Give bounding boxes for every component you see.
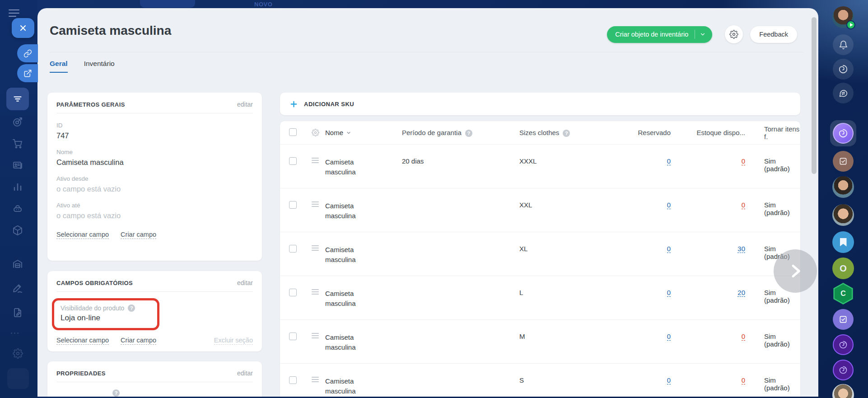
column-header-nome[interactable]: Nome [325, 129, 402, 136]
row-checkbox[interactable] [289, 245, 297, 253]
drag-handle-icon[interactable] [312, 232, 319, 276]
sku-name[interactable]: Camiseta masculina [325, 157, 370, 177]
sku-stock-link[interactable]: 0 [742, 376, 745, 384]
edit-link[interactable]: editar [237, 101, 253, 108]
copilot-spark-icon[interactable] [833, 334, 854, 355]
sku-reserved-link[interactable]: 0 [667, 157, 671, 165]
row-checkbox[interactable] [289, 201, 297, 209]
column-header-sizes[interactable]: Sizes clothes? [519, 129, 601, 137]
row-checkbox[interactable] [289, 376, 297, 384]
sku-name[interactable]: Camiseta masculina [325, 201, 370, 221]
close-button[interactable] [12, 18, 34, 38]
app-badge-o[interactable]: O [832, 258, 854, 279]
document-edit-icon[interactable] [6, 302, 29, 323]
help-icon[interactable]: ? [563, 130, 570, 137]
sku-stock-link[interactable]: 30 [737, 245, 745, 253]
user-avatar[interactable] [832, 204, 854, 226]
copilot-icon[interactable] [833, 59, 854, 80]
column-header-estoque[interactable]: Estoque dispo... [671, 129, 745, 136]
robot-icon[interactable] [6, 198, 29, 220]
chevron-down-icon[interactable] [700, 31, 706, 37]
row-checkbox[interactable] [289, 332, 297, 340]
tasks-app-icon[interactable] [833, 151, 854, 172]
copilot-app-icon-active[interactable] [830, 120, 856, 146]
pen-icon[interactable] [6, 277, 29, 299]
create-inventory-button[interactable]: Criar objeto de inventário [607, 26, 712, 43]
column-header-garantia[interactable]: Período de garantia? [402, 129, 519, 137]
contacts-card-icon[interactable] [6, 155, 29, 176]
row-checkbox[interactable] [289, 157, 297, 165]
help-icon[interactable]: ? [465, 130, 472, 137]
sku-reserved-link[interactable]: 0 [667, 332, 671, 341]
sku-warranty [402, 320, 519, 363]
sort-chevron-icon [346, 130, 351, 136]
add-sku-button[interactable]: ADICIONAR SKU [280, 93, 800, 115]
user-avatar[interactable] [832, 6, 854, 28]
menu-icon[interactable] [8, 9, 20, 17]
sku-reserved-link[interactable]: 0 [667, 376, 671, 384]
tab-inventario[interactable]: Inventário [84, 60, 115, 73]
delete-section-link[interactable]: Excluir seção [214, 337, 253, 345]
drag-handle-icon[interactable] [312, 320, 319, 363]
column-header-reservado[interactable]: Reservado [601, 129, 671, 136]
next-page-button[interactable] [774, 249, 817, 293]
user-avatar[interactable] [832, 384, 854, 398]
sku-row: Camiseta masculina XL 0 30 Sim (padrão) [280, 232, 800, 276]
field-value: 747 [56, 131, 253, 140]
feedback-button[interactable]: Feedback [750, 26, 797, 43]
field-value-empty: o campo está vazio [56, 185, 253, 193]
create-field-link[interactable]: Criar campo [121, 337, 156, 345]
app-badge-c[interactable]: C [832, 283, 854, 304]
warehouse-icon[interactable] [6, 253, 29, 275]
filter-icon[interactable] [6, 88, 29, 110]
field-label: Visibilidade do produto [61, 304, 124, 312]
select-field-link[interactable]: Selecionar campo [56, 231, 109, 239]
bar-chart-icon[interactable] [6, 176, 29, 198]
sku-warranty [402, 188, 519, 232]
user-avatar[interactable] [832, 176, 854, 198]
sku-stock-link[interactable]: 0 [742, 157, 745, 165]
package-icon[interactable] [6, 220, 29, 241]
target-icon[interactable] [6, 111, 29, 133]
drag-handle-icon[interactable] [312, 364, 319, 397]
settings-button[interactable] [725, 25, 743, 43]
sku-stock-link[interactable]: 0 [742, 201, 745, 209]
sku-name[interactable]: Camiseta masculina [325, 289, 370, 309]
drag-handle-icon[interactable] [312, 188, 319, 232]
sku-stock-link[interactable]: 20 [737, 289, 745, 297]
open-in-new-button[interactable] [17, 64, 38, 82]
column-settings-icon[interactable] [312, 129, 325, 136]
settings-icon[interactable] [6, 342, 29, 364]
messenger-sync-icon[interactable] [833, 83, 854, 103]
vertical-scrollbar[interactable] [812, 17, 817, 174]
select-all-checkbox[interactable] [289, 128, 297, 136]
tab-bar: Geral Inventário [50, 60, 115, 73]
sku-name[interactable]: Camiseta masculina [325, 245, 370, 265]
copy-link-button[interactable] [17, 44, 38, 62]
check-app-icon[interactable] [833, 309, 854, 330]
create-field-link[interactable]: Criar campo [121, 231, 156, 239]
edit-link[interactable]: editar [237, 370, 253, 377]
select-field-link[interactable]: Selecionar campo [56, 337, 109, 345]
tab-geral[interactable]: Geral [50, 60, 68, 73]
sku-stock-link[interactable]: 0 [742, 332, 745, 341]
edit-link[interactable]: editar [237, 279, 253, 286]
copilot-spark-icon[interactable] [833, 360, 854, 380]
sku-reserved-link[interactable]: 0 [667, 245, 671, 253]
help-icon[interactable]: ? [128, 304, 135, 312]
row-checkbox[interactable] [289, 289, 297, 296]
sku-table-header: Nome Período de garantia? Sizes clothes?… [280, 121, 800, 145]
drag-handle-icon[interactable] [312, 145, 319, 188]
column-header-tornar[interactable]: Tornar itens f. [745, 125, 800, 140]
sku-reserved-link[interactable]: 0 [667, 201, 671, 209]
sku-size: XXL [519, 188, 601, 232]
field-value: Camiseta masculina [56, 158, 253, 167]
cart-icon[interactable] [6, 133, 29, 155]
drag-handle-icon[interactable] [312, 276, 319, 319]
notifications-bell-icon[interactable] [833, 34, 854, 55]
sku-name[interactable]: Camiseta masculina [325, 332, 370, 352]
sku-reserved-link[interactable]: 0 [667, 289, 671, 297]
novo-badge: NOVO [254, 1, 272, 8]
bookmark-icon[interactable] [832, 231, 854, 253]
sku-name[interactable]: Camiseta masculina [325, 376, 370, 396]
